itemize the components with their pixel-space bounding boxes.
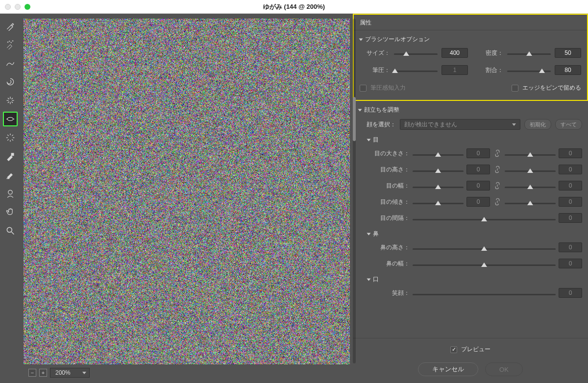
all-button[interactable]: すべて [555,119,582,130]
zoom-in-button[interactable]: + [39,369,47,377]
eye-size-right-slider[interactable] [505,149,556,157]
forward-warp-tool-icon[interactable] [3,19,18,33]
link-icon[interactable] [493,197,502,207]
nose-header[interactable]: 鼻 [368,228,582,241]
zoom-out-button[interactable]: − [28,369,36,377]
pressure-label: 筆圧： [360,66,390,74]
panel-footer: プレビュー キャンセル OK [353,338,588,383]
rate-slider[interactable] [507,67,551,73]
eye-distance-slider[interactable] [413,214,556,222]
density-input[interactable]: 50 [555,48,581,58]
eye-height-right-input[interactable]: 0 [559,165,582,174]
eye-height-left-slider[interactable] [413,166,464,173]
pressure-input: 1 [441,65,468,75]
freeze-mask-tool-icon[interactable] [3,149,18,164]
nose-height-slider[interactable] [413,243,556,251]
thaw-mask-tool-icon[interactable] [3,168,18,182]
face-adjust-header[interactable]: 顔立ちを調整 [359,104,582,117]
eye-tilt-right-slider[interactable] [505,198,556,206]
rate-input[interactable]: 80 [555,65,581,75]
ok-button: OK [485,362,523,376]
smile-label: 笑顔： [368,289,410,297]
eye-width-left-input[interactable]: 0 [466,181,490,191]
link-icon[interactable] [493,165,502,174]
svg-point-0 [7,42,8,43]
eye-tilt-right-input[interactable]: 0 [559,197,582,207]
size-slider[interactable] [394,49,438,56]
hand-tool-icon[interactable] [3,205,18,219]
preview-row: プレビュー [450,343,490,357]
stylus-checkbox[interactable] [360,85,367,92]
minimize-window-button[interactable] [15,4,21,10]
smile-slider[interactable] [413,289,556,297]
density-slider[interactable] [507,49,551,56]
link-icon[interactable] [493,148,502,158]
eye-height-left-input[interactable]: 0 [466,165,490,174]
eye-width-left-slider[interactable] [413,182,464,190]
svg-point-3 [12,41,13,42]
reset-button[interactable]: 初期化 [524,119,551,130]
nose-width-slider[interactable] [413,260,556,267]
bloat-tool-icon[interactable] [3,112,18,126]
zoom-window-button[interactable] [24,4,30,10]
svg-point-6 [8,190,12,194]
panel-title: 属性 [354,15,587,30]
traffic-lights [5,4,30,10]
pucker-tool-icon[interactable] [3,93,18,108]
nose-width-input[interactable]: 0 [559,259,582,268]
eye-distance-input[interactable]: 0 [559,213,582,223]
pin-edges-checkbox-row: エッジをピンで留める [512,82,581,95]
eye-width-right-slider[interactable] [505,182,556,190]
eye-size-left-slider[interactable] [413,149,464,157]
pressure-slider[interactable] [394,67,438,73]
eye-tilt-left-slider[interactable] [413,198,464,206]
zoom-tool-icon[interactable] [3,223,18,238]
svg-point-7 [7,227,12,232]
eye-width-right-input[interactable]: 0 [559,181,582,191]
mouth-header[interactable]: 口 [368,273,582,287]
preview-checkbox[interactable] [450,346,457,353]
brush-options-header[interactable]: ブラシツールオプション [360,33,581,47]
canvas-area: − + 200% [21,14,353,383]
close-window-button[interactable] [5,4,11,10]
svg-point-4 [7,118,13,121]
link-icon[interactable] [493,181,502,191]
svg-rect-5 [11,153,14,156]
zoom-select[interactable]: 200% [50,368,90,378]
eye-size-label: 目の大きさ： [368,149,410,158]
size-input[interactable]: 400 [441,48,468,58]
eye-size-left-input[interactable]: 0 [466,148,490,158]
eyes-header[interactable]: 目 [368,134,582,147]
titlebar: ゆがみ (144 @ 200%) [0,0,588,14]
brush-options-highlight: 属性 ブラシツールオプション サイズ： 400 密度： 50 [353,14,588,101]
face-tool-icon[interactable] [3,186,18,201]
cancel-button[interactable]: キャンセル [418,362,478,376]
nose-height-label: 鼻の高さ： [368,243,410,252]
canvas[interactable] [24,19,350,364]
push-left-tool-icon[interactable] [3,130,18,145]
eye-height-label: 目の高さ： [368,166,410,174]
stylus-checkbox-row: 筆圧感知入力 [360,82,406,95]
eye-tilt-label: 目の傾き： [368,198,410,206]
density-label: 密度： [473,49,503,57]
reconstruct-tool-icon[interactable] [3,37,18,52]
smile-input[interactable]: 0 [559,288,582,298]
eye-tilt-left-input[interactable]: 0 [466,197,490,207]
nose-height-input[interactable]: 0 [559,242,582,252]
svg-point-1 [9,41,10,42]
eye-width-label: 目の幅： [368,182,410,190]
canvas-scrollbar[interactable] [353,19,356,363]
tool-column [0,14,21,383]
face-select-dropdown[interactable]: 顔が検出できません [400,119,520,130]
eye-height-right-slider[interactable] [505,166,556,173]
zoom-bar: − + 200% [24,364,350,379]
smooth-tool-icon[interactable] [3,56,18,71]
rate-label: 割合： [473,66,503,74]
liquify-window: ゆがみ (144 @ 200%) − + 200% [0,0,588,383]
eye-size-right-input[interactable]: 0 [559,148,582,158]
svg-point-2 [11,42,12,43]
size-label: サイズ： [360,49,390,57]
nose-width-label: 鼻の幅： [368,260,410,268]
pin-edges-checkbox[interactable] [512,85,518,92]
twirl-tool-icon[interactable] [3,74,18,89]
